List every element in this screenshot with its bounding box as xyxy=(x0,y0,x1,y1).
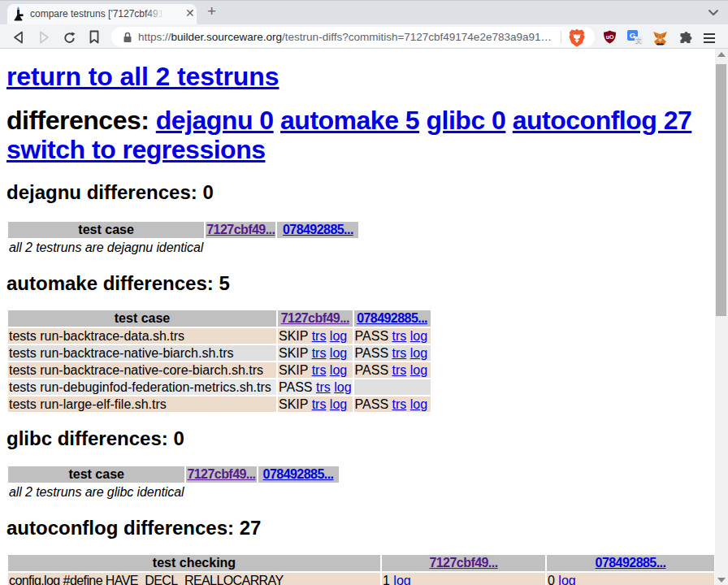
svg-text:uO: uO xyxy=(606,34,614,40)
svg-text:文: 文 xyxy=(635,37,642,45)
